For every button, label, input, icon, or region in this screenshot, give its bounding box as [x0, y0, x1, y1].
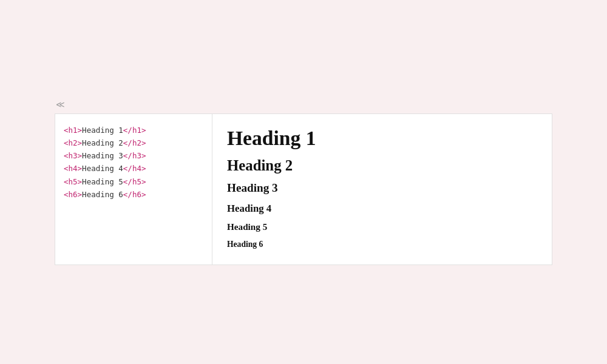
- close-tag: </h2>: [123, 138, 146, 147]
- tag-content: Heading 1: [82, 126, 123, 135]
- panels-row: <h1>Heading 1</h1><h2>Heading 2</h2><h3>…: [55, 113, 552, 265]
- tag-content: Heading 3: [82, 151, 123, 160]
- tag-content: Heading 4: [82, 164, 123, 173]
- code-line: <h1>Heading 1</h1>: [64, 124, 203, 136]
- open-tag: <h3>: [64, 151, 82, 160]
- tag-content: Heading 6: [82, 190, 123, 199]
- main-container: ≪ <h1>Heading 1</h1><h2>Heading 2</h2><h…: [55, 99, 552, 265]
- close-tag: </h5>: [123, 177, 146, 186]
- open-tag: <h2>: [64, 138, 82, 147]
- preview-heading-h6: Heading 6: [227, 239, 537, 250]
- close-tag: </h3>: [123, 151, 146, 160]
- close-tag: </h6>: [123, 190, 146, 199]
- code-line: <h5>Heading 5</h5>: [64, 175, 203, 188]
- preview-heading-h1: Heading 1: [227, 126, 537, 150]
- close-tag: </h4>: [123, 164, 146, 173]
- open-tag: <h5>: [64, 177, 82, 186]
- preview-heading-h3: Heading 3: [227, 181, 537, 196]
- code-line: <h2>Heading 2</h2>: [64, 136, 203, 149]
- tag-content: Heading 5: [82, 177, 123, 186]
- collapse-icon[interactable]: ≪: [56, 99, 65, 110]
- code-panel: <h1>Heading 1</h1><h2>Heading 2</h2><h3>…: [55, 113, 212, 265]
- preview-heading-h4: Heading 4: [227, 202, 537, 215]
- tag-content: Heading 2: [82, 138, 123, 147]
- code-line: <h4>Heading 4</h4>: [64, 162, 203, 175]
- preview-heading-h5: Heading 5: [227, 221, 537, 233]
- code-line: <h3>Heading 3</h3>: [64, 149, 203, 162]
- open-tag: <h4>: [64, 164, 82, 173]
- code-line: <h6>Heading 6</h6>: [64, 188, 203, 201]
- preview-panel[interactable]: Heading 1Heading 2Heading 3Heading 4Head…: [212, 113, 552, 265]
- open-tag: <h6>: [64, 190, 82, 199]
- close-tag: </h1>: [123, 126, 146, 135]
- open-tag: <h1>: [64, 126, 82, 135]
- preview-heading-h2: Heading 2: [227, 157, 537, 175]
